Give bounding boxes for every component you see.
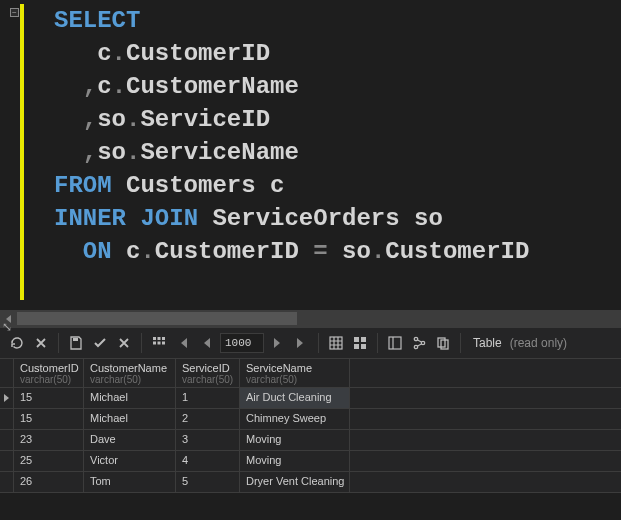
- column-header[interactable]: CustomerName varchar(50): [84, 359, 176, 387]
- cell[interactable]: Tom: [84, 472, 176, 492]
- row-marker: [0, 409, 14, 429]
- next-page-button[interactable]: [266, 332, 288, 354]
- results-tab-label[interactable]: Table: [467, 336, 508, 350]
- cell[interactable]: Michael: [84, 409, 176, 429]
- cell[interactable]: 15: [14, 388, 84, 408]
- code-area[interactable]: SELECT c.CustomerID ,c.CustomerName ,so.…: [26, 0, 529, 310]
- svg-rect-1: [153, 337, 156, 340]
- page-size-input[interactable]: [220, 333, 264, 353]
- cell[interactable]: 1: [176, 388, 240, 408]
- svg-rect-12: [389, 337, 401, 349]
- scroll-track[interactable]: [17, 310, 621, 327]
- sql-editor[interactable]: − SELECT c.CustomerID ,c.CustomerName ,s…: [0, 0, 621, 310]
- svg-point-13: [414, 337, 417, 340]
- row-marker: [0, 430, 14, 450]
- svg-rect-11: [361, 344, 366, 349]
- cell[interactable]: 4: [176, 451, 240, 471]
- fold-icon[interactable]: −: [10, 8, 19, 17]
- table-row[interactable]: 15Michael1Air Duct Cleaning: [0, 388, 621, 409]
- grid-header: CustomerID varchar(50) CustomerName varc…: [0, 359, 621, 388]
- svg-rect-8: [354, 337, 359, 342]
- cell[interactable]: 15: [14, 409, 84, 429]
- grid-options-button[interactable]: [148, 332, 170, 354]
- column-header[interactable]: ServiceName varchar(50): [240, 359, 350, 387]
- view-grid-button[interactable]: [325, 332, 347, 354]
- results-grid[interactable]: CustomerID varchar(50) CustomerName varc…: [0, 359, 621, 493]
- row-marker: [0, 451, 14, 471]
- cell[interactable]: Dave: [84, 430, 176, 450]
- splitter-icon[interactable]: ⤡: [2, 320, 16, 334]
- svg-rect-7: [330, 337, 342, 349]
- results-toolbar: Table (read only): [0, 327, 621, 359]
- svg-point-14: [414, 345, 417, 348]
- editor-gutter: −: [0, 0, 26, 310]
- svg-rect-5: [158, 342, 161, 345]
- column-header[interactable]: ServiceID varchar(50): [176, 359, 240, 387]
- svg-rect-2: [158, 337, 161, 340]
- cancel-button[interactable]: [30, 332, 52, 354]
- grid-corner: [0, 359, 14, 387]
- svg-rect-0: [73, 338, 78, 341]
- separator: [58, 333, 59, 353]
- view-record-button[interactable]: [349, 332, 371, 354]
- transpose-button[interactable]: [384, 332, 406, 354]
- link-button[interactable]: [408, 332, 430, 354]
- table-row[interactable]: 23Dave3Moving: [0, 430, 621, 451]
- apply-button[interactable]: [89, 332, 111, 354]
- grid-body[interactable]: 15Michael1Air Duct Cleaning15Michael2Chi…: [0, 388, 621, 493]
- refresh-button[interactable]: [6, 332, 28, 354]
- column-header[interactable]: CustomerID varchar(50): [14, 359, 84, 387]
- cell[interactable]: Dryer Vent Cleaning: [240, 472, 350, 492]
- cell[interactable]: Michael: [84, 388, 176, 408]
- cell[interactable]: Chimney Sweep: [240, 409, 350, 429]
- cell[interactable]: 23: [14, 430, 84, 450]
- first-page-button[interactable]: [172, 332, 194, 354]
- svg-rect-6: [162, 342, 165, 345]
- cell[interactable]: 26: [14, 472, 84, 492]
- svg-rect-3: [162, 337, 165, 340]
- change-marker: [20, 4, 24, 300]
- results-status: (read only): [510, 336, 567, 350]
- horizontal-scrollbar[interactable]: [0, 310, 621, 327]
- cell[interactable]: Moving: [240, 430, 350, 450]
- separator: [318, 333, 319, 353]
- cell[interactable]: 25: [14, 451, 84, 471]
- reject-button[interactable]: [113, 332, 135, 354]
- scroll-thumb[interactable]: [17, 312, 297, 325]
- row-marker: [0, 388, 14, 408]
- row-marker: [0, 472, 14, 492]
- svg-rect-10: [354, 344, 359, 349]
- save-button[interactable]: [65, 332, 87, 354]
- separator: [141, 333, 142, 353]
- copy-button[interactable]: [432, 332, 454, 354]
- table-row[interactable]: 25Victor4Moving: [0, 451, 621, 472]
- prev-page-button[interactable]: [196, 332, 218, 354]
- cell[interactable]: 2: [176, 409, 240, 429]
- cell[interactable]: 5: [176, 472, 240, 492]
- cell[interactable]: 3: [176, 430, 240, 450]
- separator: [460, 333, 461, 353]
- separator: [377, 333, 378, 353]
- cell[interactable]: Victor: [84, 451, 176, 471]
- table-row[interactable]: 26Tom5Dryer Vent Cleaning: [0, 472, 621, 493]
- svg-rect-4: [153, 342, 156, 345]
- table-row[interactable]: 15Michael2Chimney Sweep: [0, 409, 621, 430]
- cell[interactable]: Moving: [240, 451, 350, 471]
- svg-rect-9: [361, 337, 366, 342]
- last-page-button[interactable]: [290, 332, 312, 354]
- cell[interactable]: Air Duct Cleaning: [240, 388, 350, 408]
- svg-point-15: [421, 341, 424, 344]
